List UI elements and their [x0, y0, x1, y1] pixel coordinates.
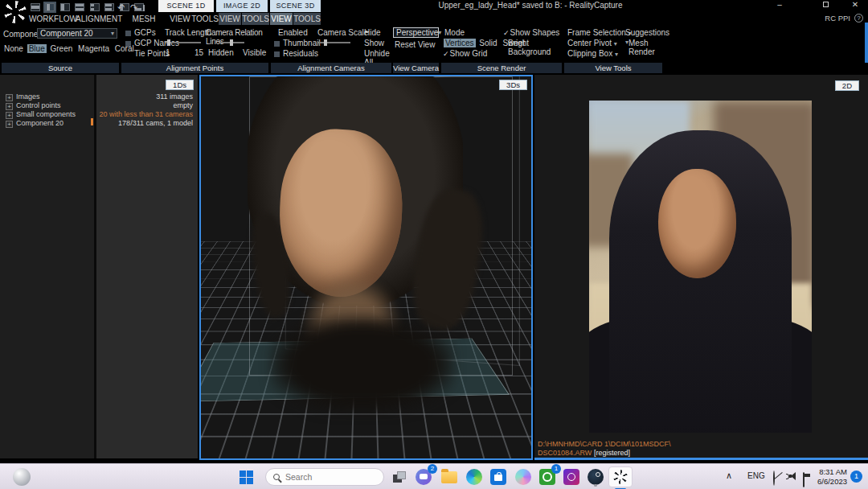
frame-selection-label: Frame Selection [567, 28, 626, 37]
residuals-checkbox[interactable]: Residuals [274, 49, 318, 58]
realitycapture-window: ↶ ↷ SCENE 1D IMAGE 2D SCENE 3D Upper_eg_… [0, 0, 868, 489]
layout-grid-icon[interactable] [90, 3, 100, 11]
start-button[interactable] [236, 467, 256, 487]
center-pivot-label: Center Pivot [567, 39, 612, 47]
center-pivot-button[interactable]: Center Pivot ▾ [567, 39, 617, 47]
show-shapes-toggle[interactable]: ✓Show Shapes [503, 28, 559, 37]
tree-item-control-points[interactable]: +Control points [6, 101, 61, 110]
frame-selection-button[interactable]: Frame Selection ▾ [567, 28, 632, 37]
notification-badge[interactable]: 1 [850, 471, 862, 483]
creative-app-icon [563, 469, 579, 485]
tree-item-small-components[interactable]: +Small components [6, 110, 76, 119]
edge-button[interactable] [465, 467, 484, 487]
steam-button[interactable] [586, 467, 605, 487]
menu-view-3d[interactable]: VIEW [270, 13, 293, 25]
menu-view-1d[interactable]: VIEW [169, 13, 191, 25]
gcps-checkbox[interactable]: GCPs [125, 28, 156, 37]
pin-layout-icon[interactable] [143, 5, 145, 11]
menu-tools-1d[interactable]: TOOLS [191, 13, 219, 25]
title-bar: ↶ ↷ SCENE 1D IMAGE 2D SCENE 3D Upper_eg_… [0, 0, 868, 26]
view-label-2d[interactable]: 2D [835, 80, 859, 91]
component-dropdown[interactable]: Component 20 ▾ [37, 28, 117, 39]
image-2d-panel[interactable]: 2D D:\HMNHMD\CARD 1\DCIM\101MSDCF\ DSC01… [534, 75, 868, 460]
tie-points-label[interactable]: Tie Points [134, 49, 170, 58]
view-label-1ds[interactable]: 1Ds [166, 80, 194, 90]
tree-item-component-20[interactable]: +Component 20 [6, 119, 63, 128]
expand-icon[interactable]: + [6, 94, 13, 101]
language-indicator[interactable]: ENG [747, 471, 765, 480]
search-input[interactable] [285, 472, 366, 482]
menu-tools-3d[interactable]: TOOLS [293, 13, 321, 25]
layout-split-icon[interactable] [60, 3, 70, 11]
layout-rows-icon[interactable] [75, 3, 84, 11]
mode-vertices[interactable]: Vertices [444, 39, 476, 47]
creative-app-button[interactable] [562, 467, 581, 487]
layout-grid4-icon[interactable] [104, 3, 114, 11]
expand-icon[interactable]: + [6, 112, 13, 119]
tray-clock[interactable]: 8:31 AM 6/6/2023 [805, 467, 847, 487]
slider-thumb[interactable] [324, 39, 327, 46]
menu-tools-2d[interactable]: TOOLS [242, 13, 269, 25]
chat-button[interactable]: 2 [414, 467, 433, 487]
bright-background-toggle[interactable]: Bright Background [508, 39, 563, 56]
track-length-slider[interactable] [166, 42, 201, 43]
photo-dsc01084[interactable] [589, 101, 812, 433]
taskbar-search[interactable] [265, 468, 384, 486]
image-path: D:\HMNHMD\CARD 1\DCIM\101MSDCF\ [538, 440, 671, 448]
clipping-box-button[interactable]: Clipping Box ▾ [567, 49, 618, 58]
menu-alignment[interactable]: ALIGNMENT [76, 13, 121, 25]
store-button[interactable] [489, 467, 508, 487]
copilot-button[interactable] [514, 467, 533, 487]
tab-image-2d[interactable]: IMAGE 2D [216, 0, 268, 12]
projection-dropdown[interactable]: Perspective ▾ [393, 27, 439, 38]
mesh-render-button[interactable]: Mesh Render [628, 39, 663, 56]
minimize-button[interactable]: – [772, 0, 787, 10]
menu-mesh-model[interactable]: MESH MODEL [119, 13, 169, 25]
cameras-enabled-label[interactable]: Enabled [278, 28, 308, 37]
menu-view-2d[interactable]: VIEW [219, 13, 241, 25]
view-label-3ds[interactable]: 3Ds [499, 80, 527, 90]
tab-scene-1d[interactable]: SCENE 1D [158, 0, 214, 12]
mode-solid[interactable]: Solid [477, 39, 498, 47]
expand-icon[interactable]: + [6, 103, 13, 110]
camera-scale-slider[interactable] [318, 42, 350, 43]
section-source: Source [2, 63, 119, 73]
menu-workflow[interactable]: WORKFLOW [29, 13, 74, 25]
color-option-magenta[interactable]: Magenta [76, 44, 111, 53]
slider-thumb[interactable] [167, 39, 170, 46]
undo-icon[interactable]: ↶ [117, 2, 125, 12]
color-option-none[interactable]: None [2, 44, 25, 53]
stat-small-components: 20 with less than 31 cameras [99, 110, 193, 119]
reset-view-button[interactable]: Reset View [395, 40, 435, 49]
battery-icon[interactable] [803, 472, 805, 487]
expand-icon[interactable]: + [6, 121, 13, 128]
task-view-button[interactable] [390, 467, 409, 487]
help-icon[interactable]: ? [854, 14, 863, 23]
realitycapture-taskbar-button[interactable] [608, 466, 633, 487]
file-explorer-button[interactable] [440, 467, 459, 487]
gcps-label: GCPs [134, 28, 156, 37]
widgets-weather-icon[interactable] [13, 468, 31, 486]
hide-button[interactable]: Hide [364, 28, 381, 37]
redo-icon[interactable]: ↷ [130, 2, 137, 12]
slider-thumb[interactable] [230, 39, 233, 46]
show-grid-toggle[interactable]: ✓Show Grid [443, 49, 487, 58]
camera-relation-slider[interactable] [219, 42, 244, 43]
tray-chevron-icon[interactable]: ∧ [726, 471, 732, 481]
network-globe-icon[interactable] [773, 471, 775, 486]
thumbnail-checkbox[interactable]: Thumbnail [274, 39, 321, 47]
color-option-green[interactable]: Green [48, 44, 74, 53]
show-button[interactable]: Show [364, 39, 384, 47]
layout-two-pane-icon[interactable] [45, 3, 55, 11]
ribbon-section-bar: Source Alignment Points Alignment Camera… [0, 63, 868, 73]
color-option-blue[interactable]: Blue [27, 44, 47, 53]
tree-item-label: Control points [16, 101, 61, 109]
xbox-button[interactable]: 1 [538, 467, 557, 487]
layout-single-icon[interactable] [31, 3, 40, 11]
tree-item-images[interactable]: +Images [6, 92, 40, 101]
suggestions-label: Suggestions [625, 28, 669, 37]
tab-scene-3d[interactable]: SCENE 3D [270, 0, 321, 12]
maximize-button[interactable] [818, 0, 833, 10]
close-button[interactable]: ✕ [848, 0, 862, 10]
scene-3d-viewport[interactable]: 3Ds [199, 75, 533, 460]
